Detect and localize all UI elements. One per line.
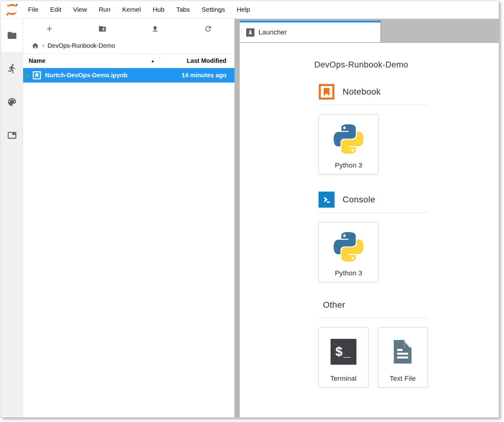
- launcher-card-terminal[interactable]: $_ Terminal: [319, 327, 368, 388]
- launcher-card-console-python3[interactable]: Python 3: [319, 222, 379, 282]
- menu-tabs[interactable]: Tabs: [170, 1, 196, 18]
- launcher-section-notebook: Notebook Python 3: [319, 84, 428, 174]
- tabs-icon: [7, 130, 17, 140]
- left-sidebar: [1, 19, 23, 417]
- tab-bar: Launcher: [240, 19, 499, 43]
- menu-kernel[interactable]: Kernel: [116, 1, 147, 18]
- console-icon: [319, 192, 335, 208]
- menu-settings[interactable]: Settings: [196, 1, 231, 18]
- new-folder-button[interactable]: [76, 19, 129, 39]
- section-divider: [319, 213, 428, 213]
- column-modified-label: Last Modified: [187, 57, 226, 64]
- python-logo-icon: [334, 124, 364, 154]
- file-name: Nurtch-DevOps-Demo.ipynb: [45, 72, 128, 79]
- sidebar-item-running-sessions[interactable]: [1, 52, 23, 85]
- menu-edit[interactable]: Edit: [44, 1, 67, 18]
- plus-icon: [45, 25, 54, 33]
- menu-view[interactable]: View: [67, 1, 93, 18]
- kernel-running-indicator: [25, 74, 29, 77]
- home-icon[interactable]: [31, 42, 39, 50]
- sidebar-item-open-tabs[interactable]: [1, 119, 23, 152]
- menu-file[interactable]: File: [22, 1, 44, 18]
- column-header-last-modified[interactable]: Last Modified: [160, 54, 234, 67]
- upload-button[interactable]: [129, 19, 182, 39]
- terminal-icon: $_: [331, 339, 356, 365]
- python-logo-icon: [334, 232, 364, 262]
- file-last-modified: 14 minutes ago: [181, 72, 234, 79]
- launcher-section-other: Other $_ Terminal: [319, 299, 428, 388]
- panel-splitter[interactable]: [234, 19, 240, 417]
- section-divider: [319, 105, 428, 105]
- section-label-other: Other: [323, 300, 345, 310]
- launcher-rocket-icon: [246, 28, 254, 37]
- breadcrumb-current-folder[interactable]: DevOps-Runbook-Demo: [47, 42, 115, 49]
- breadcrumb-separator: ›: [42, 42, 44, 50]
- tab-launcher[interactable]: Launcher: [240, 21, 380, 42]
- refresh-button[interactable]: [182, 19, 235, 39]
- breadcrumb: › DevOps-Runbook-Demo: [23, 39, 234, 53]
- launcher-card-notebook-python3[interactable]: Python 3: [319, 114, 379, 174]
- notebook-file-icon: [33, 71, 41, 79]
- sidebar-item-command-palette[interactable]: [1, 85, 23, 119]
- card-label: Text File: [378, 375, 428, 383]
- refresh-icon: [204, 25, 212, 33]
- menu-list: File Edit View Run Kernel Hub Tabs Setti…: [22, 1, 256, 18]
- section-divider: [319, 318, 428, 318]
- new-folder-icon: [98, 25, 107, 33]
- text-file-icon: [388, 338, 417, 366]
- jupyter-logo-icon: [4, 3, 20, 16]
- card-label: Terminal: [319, 375, 368, 383]
- launcher-section-console: Console Python 3: [319, 192, 428, 282]
- column-header-name[interactable]: Name ▲: [23, 54, 160, 67]
- new-launcher-button[interactable]: [23, 19, 76, 39]
- tab-launcher-label: Launcher: [258, 28, 287, 36]
- column-name-label: Name: [29, 57, 45, 64]
- launcher-cwd-title: DevOps-Runbook-Demo: [314, 60, 428, 70]
- menu-bar: File Edit View Run Kernel Hub Tabs Setti…: [1, 1, 499, 18]
- card-label: Python 3: [319, 161, 378, 169]
- jupyterlab-window: File Edit View Run Kernel Hub Tabs Setti…: [1, 1, 499, 418]
- file-list-header: Name ▲ Last Modified: [23, 54, 234, 67]
- launcher-card-text-file[interactable]: Text File: [378, 327, 428, 388]
- palette-icon: [7, 97, 17, 107]
- menu-help[interactable]: Help: [231, 1, 256, 18]
- folder-icon: [7, 30, 17, 41]
- sidebar-item-file-browser[interactable]: [1, 19, 23, 52]
- workspace: › DevOps-Runbook-Demo Name ▲ Last Modifi…: [1, 19, 499, 417]
- running-man-icon: [7, 63, 17, 74]
- card-label: Python 3: [319, 269, 378, 277]
- menu-run[interactable]: Run: [93, 1, 116, 18]
- section-label-console: Console: [343, 195, 375, 205]
- sort-ascending-icon: ▲: [151, 59, 155, 63]
- notebook-icon: [319, 84, 335, 100]
- menu-hub[interactable]: Hub: [147, 1, 170, 18]
- upload-icon: [151, 25, 159, 33]
- file-browser-panel: › DevOps-Runbook-Demo Name ▲ Last Modifi…: [23, 19, 234, 417]
- launcher-panel: DevOps-Runbook-Demo Notebook: [240, 43, 499, 417]
- file-row-selected[interactable]: Nurtch-DevOps-Demo.ipynb 14 minutes ago: [23, 68, 234, 83]
- section-label-notebook: Notebook: [343, 87, 381, 97]
- main-area: Launcher DevOps-Runbook-Demo Notebook: [240, 19, 499, 417]
- file-browser-toolbar: [23, 19, 234, 39]
